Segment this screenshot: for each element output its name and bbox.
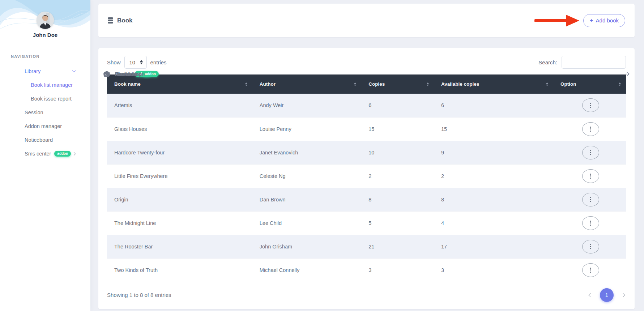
- sidebar-item-back-office[interactable]: Back office: [90, 64, 644, 84]
- cell-available-copies: 17: [434, 235, 553, 258]
- cell-available-copies: 3: [434, 258, 553, 282]
- row-options-button[interactable]: [582, 216, 599, 230]
- chevron-down-icon: [626, 72, 630, 75]
- kebab-menu-icon: [590, 221, 591, 226]
- book-table: Book name Author Copies Available copies…: [107, 74, 626, 282]
- cell-author: Louise Penny: [252, 117, 361, 141]
- user-name: John Doe: [0, 32, 90, 38]
- cell-author: Dan Brown: [252, 188, 361, 211]
- cell-author: Celeste Ng: [252, 164, 361, 188]
- table-row: The Midnight Line Lee Child 5 4: [107, 211, 626, 235]
- sidebar-item-noticeboard[interactable]: Noticeboard: [0, 133, 90, 147]
- user-avatar[interactable]: [37, 12, 54, 29]
- cell-author: Michael Connelly: [252, 258, 361, 282]
- cell-available-copies: 2: [434, 164, 553, 188]
- cell-copies: 5: [361, 211, 434, 235]
- cell-book-name: Hardcore Twenty-four: [107, 141, 252, 164]
- sidebar-item-book-issue-report[interactable]: Book issue report: [0, 92, 90, 106]
- cell-copies: 15: [361, 117, 434, 141]
- cell-available-copies: 9: [434, 141, 553, 164]
- sidebar-item-addon-manager[interactable]: Addon manager: [0, 119, 90, 133]
- cell-book-name: Artemis: [107, 94, 252, 117]
- addon-badge: addon: [54, 151, 71, 157]
- next-page-icon[interactable]: [621, 293, 625, 297]
- chevron-right-icon: [72, 152, 76, 156]
- page-title: Book: [117, 17, 133, 24]
- row-options-button[interactable]: [582, 146, 599, 159]
- sidebar-item-label: Session: [25, 110, 43, 115]
- database-stack-icon: [108, 17, 113, 24]
- sidebar-item-label: Back office: [115, 71, 141, 77]
- cell-author: John Grisham: [252, 235, 361, 258]
- add-book-button-label: Add book: [596, 17, 619, 24]
- sidebar-nav: Dashboard Users Alumni addon Academic: [0, 64, 90, 161]
- kebab-menu-icon: [590, 174, 591, 179]
- sidebar: John Doe NAVIGATION Dashboard Users Alum…: [0, 0, 90, 311]
- main-content: Book + Add book Show 10 entries Search:: [90, 0, 644, 311]
- cell-copies: 3: [361, 258, 434, 282]
- sidebar-item-book-list-manager[interactable]: Book list manager: [0, 78, 90, 92]
- cell-available-copies: 6: [434, 94, 553, 117]
- cell-book-name: Glass Houses: [107, 117, 252, 141]
- sidebar-item-sms-center[interactable]: Sms center addon: [0, 147, 90, 161]
- book-table-card: Show 10 entries Search: Book name Author…: [98, 48, 635, 309]
- table-row: Origin Dan Brown 8 8: [107, 188, 626, 211]
- sidebar-item-label: Book list manager: [31, 82, 73, 88]
- cell-copies: 10: [361, 141, 434, 164]
- row-options-button[interactable]: [582, 193, 599, 206]
- row-options-button[interactable]: [582, 263, 599, 277]
- cell-book-name: Origin: [107, 188, 252, 211]
- sidebar-item-label: Book issue report: [31, 96, 72, 102]
- table-row: Glass Houses Louise Penny 15 15: [107, 117, 626, 141]
- page-number-button[interactable]: 1: [600, 288, 614, 302]
- kebab-menu-icon: [590, 268, 591, 273]
- table-row: Little Fires Everywhere Celeste Ng 2 2: [107, 164, 626, 188]
- cell-book-name: The Midnight Line: [107, 211, 252, 235]
- nav-section-label: NAVIGATION: [11, 54, 39, 59]
- entries-summary: Showing 1 to 8 of 8 entries: [107, 292, 171, 298]
- cell-book-name: The Rooster Bar: [107, 235, 252, 258]
- page-header-card: Book + Add book: [98, 4, 635, 37]
- kebab-menu-icon: [590, 150, 591, 155]
- kebab-menu-icon: [590, 127, 591, 132]
- cell-copies: 6: [361, 94, 434, 117]
- add-book-button[interactable]: + Add book: [583, 14, 625, 27]
- cell-book-name: Two Kinds of Truth: [107, 258, 252, 282]
- sidebar-item-library[interactable]: Library: [0, 64, 90, 78]
- red-arrow-annotation: [534, 14, 580, 27]
- sidebar-item-label: Noticeboard: [25, 137, 53, 143]
- row-options-button[interactable]: [582, 169, 599, 183]
- cell-copies: 2: [361, 164, 434, 188]
- sidebar-item-session[interactable]: Session: [0, 106, 90, 119]
- cell-copies: 21: [361, 235, 434, 258]
- sidebar-item-label: Sms center: [25, 151, 51, 157]
- cell-copies: 8: [361, 188, 434, 211]
- up-down-stepper-icon: [140, 60, 143, 64]
- kebab-menu-icon: [590, 103, 591, 108]
- row-options-button[interactable]: [582, 122, 599, 136]
- previous-page-icon[interactable]: [588, 293, 592, 297]
- kebab-menu-icon: [590, 197, 591, 202]
- table-row: Two Kinds of Truth Michael Connelly 3 3: [107, 258, 626, 282]
- cell-available-copies: 15: [434, 117, 553, 141]
- sidebar-item-label: Library: [25, 68, 40, 74]
- row-options-button[interactable]: [582, 98, 599, 112]
- sidebar-item-label: Addon manager: [25, 123, 62, 129]
- cell-available-copies: 4: [434, 211, 553, 235]
- cell-author: Andy Weir: [252, 94, 361, 117]
- chevron-down-icon: [72, 69, 76, 73]
- basket-icon: [103, 71, 110, 77]
- plus-icon: +: [590, 17, 593, 24]
- table-row: Hardcore Twenty-four Janet Evanovich 10 …: [107, 141, 626, 164]
- table-row: Artemis Andy Weir 6 6: [107, 94, 626, 117]
- cell-available-copies: 8: [434, 188, 553, 211]
- cell-author: Janet Evanovich: [252, 141, 361, 164]
- table-row: The Rooster Bar John Grisham 21 17: [107, 235, 626, 258]
- table-footer: Showing 1 to 8 of 8 entries 1: [107, 287, 626, 303]
- cell-book-name: Little Fires Everywhere: [107, 164, 252, 188]
- cell-author: Lee Child: [252, 211, 361, 235]
- row-options-button[interactable]: [582, 240, 599, 254]
- pagination: 1: [589, 288, 626, 302]
- kebab-menu-icon: [590, 244, 591, 249]
